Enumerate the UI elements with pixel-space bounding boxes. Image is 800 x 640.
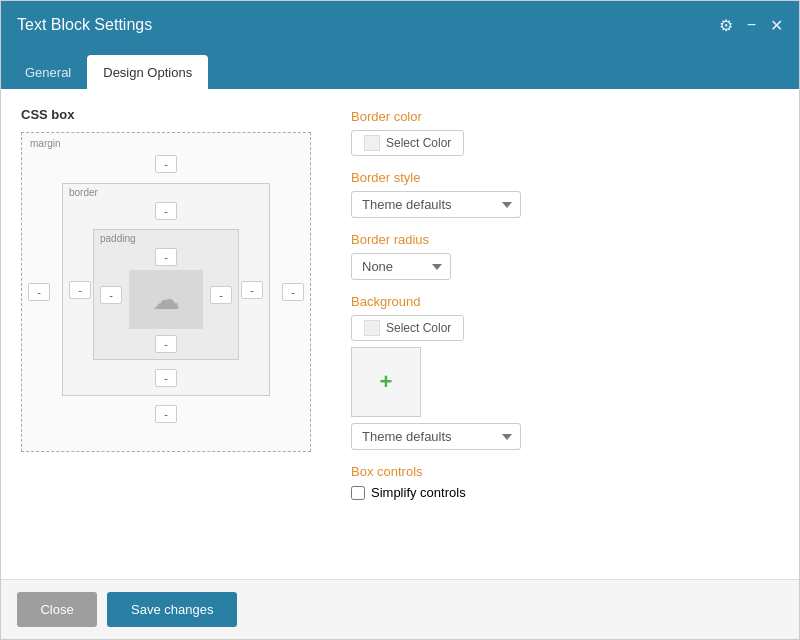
save-button[interactable]: Save changes [107, 592, 237, 627]
padding-right-button[interactable]: - [210, 286, 232, 304]
border-style-label: Border style [351, 170, 779, 185]
border-color-button-label: Select Color [386, 136, 451, 150]
simplify-controls-checkbox[interactable] [351, 486, 365, 500]
tab-general[interactable]: General [9, 55, 87, 89]
title-bar: Text Block Settings ⚙ − ✕ [1, 1, 799, 49]
padding-left-region: - [100, 286, 122, 304]
border-left-button[interactable]: - [69, 281, 91, 299]
title-bar-controls: ⚙ − ✕ [719, 16, 783, 35]
padding-box: padding - - - - [93, 229, 239, 360]
border-radius-group: Border radius None 1px 2px 3px 5px 10px [351, 232, 779, 280]
border-color-swatch [364, 135, 380, 151]
gear-icon[interactable]: ⚙ [719, 16, 733, 35]
margin-right-region: - [282, 283, 304, 301]
padding-bottom-button[interactable]: - [155, 335, 177, 353]
background-preview[interactable]: + [351, 347, 421, 417]
background-group: Background Select Color + Theme defaults… [351, 294, 779, 450]
background-color-button[interactable]: Select Color [351, 315, 464, 341]
close-icon[interactable]: ✕ [770, 16, 783, 35]
content-box: ☁ [129, 270, 203, 329]
margin-top-button[interactable]: - [155, 155, 177, 173]
border-label: border [69, 187, 98, 198]
border-radius-select[interactable]: None 1px 2px 3px 5px 10px [351, 253, 451, 280]
main-content: CSS box margin - - - [1, 89, 799, 639]
plus-icon: + [380, 369, 393, 395]
dialog-title: Text Block Settings [17, 16, 152, 34]
simplify-controls-label: Simplify controls [371, 485, 466, 500]
box-controls-group: Box controls Simplify controls [351, 464, 779, 500]
margin-bottom-button[interactable]: - [155, 405, 177, 423]
border-style-group: Border style Theme defaults None Solid D… [351, 170, 779, 218]
simplify-controls-row: Simplify controls [351, 485, 779, 500]
background-label: Background [351, 294, 779, 309]
dialog: Text Block Settings ⚙ − ✕ General Design… [0, 0, 800, 640]
css-box-section: CSS box margin - - - [21, 107, 321, 561]
margin-left-region: - [28, 283, 50, 301]
margin-left-button[interactable]: - [28, 283, 50, 301]
border-style-select[interactable]: Theme defaults None Solid Dashed Dotted … [351, 191, 521, 218]
tab-design-options[interactable]: Design Options [87, 55, 208, 89]
content-area: CSS box margin - - - [1, 89, 799, 579]
margin-bottom-region: - [155, 405, 177, 423]
border-color-label: Border color [351, 109, 779, 124]
background-color-swatch [364, 320, 380, 336]
margin-right-button[interactable]: - [282, 283, 304, 301]
close-button[interactable]: Close [17, 592, 97, 627]
padding-top-region: - [155, 248, 177, 266]
padding-label: padding [100, 233, 136, 244]
css-box-title: CSS box [21, 107, 321, 122]
border-top-region: - [155, 202, 177, 220]
css-box-diagram: margin - - - - [21, 132, 311, 452]
border-bottom-region: - [155, 369, 177, 387]
margin-label: margin [30, 138, 61, 149]
border-left-region: - [69, 281, 91, 299]
settings-section: Border color Select Color Border style T… [351, 107, 779, 561]
padding-bottom-region: - [155, 335, 177, 353]
border-radius-label: Border radius [351, 232, 779, 247]
tab-bar: General Design Options [1, 49, 799, 89]
border-bottom-button[interactable]: - [155, 369, 177, 387]
border-top-button[interactable]: - [155, 202, 177, 220]
box-controls-label: Box controls [351, 464, 779, 479]
border-color-group: Border color Select Color [351, 109, 779, 156]
border-box: border - - - - [62, 183, 270, 396]
margin-top-region: - [155, 155, 177, 173]
padding-top-button[interactable]: - [155, 248, 177, 266]
padding-left-button[interactable]: - [100, 286, 122, 304]
background-color-button-label: Select Color [386, 321, 451, 335]
background-style-select[interactable]: Theme defaults Cover Contain Repeat No r… [351, 423, 521, 450]
padding-right-region: - [210, 286, 232, 304]
content-placeholder-icon: ☁ [152, 283, 180, 316]
border-right-button[interactable]: - [241, 281, 263, 299]
minimize-icon[interactable]: − [747, 16, 756, 34]
border-right-region: - [241, 281, 263, 299]
footer: Close Save changes [1, 579, 799, 639]
border-color-button[interactable]: Select Color [351, 130, 464, 156]
